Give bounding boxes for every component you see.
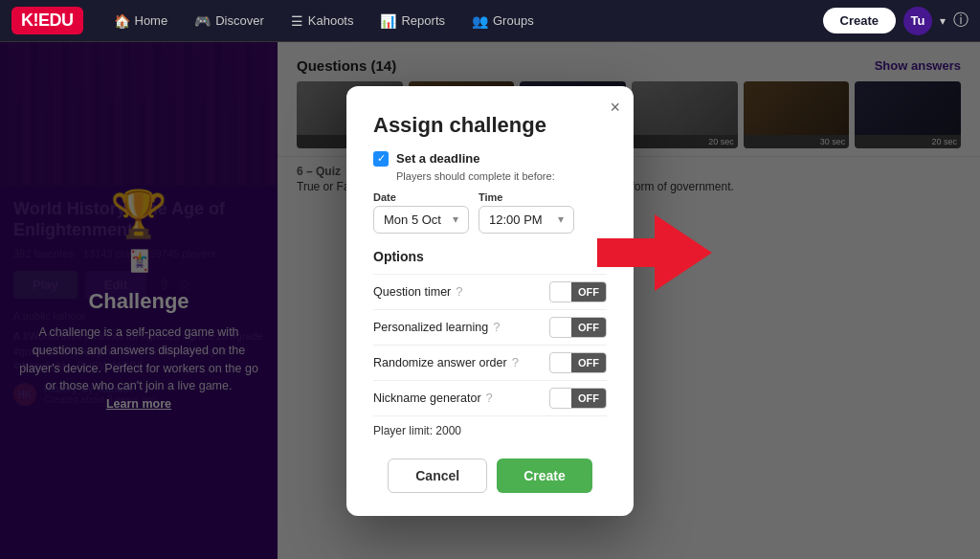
options-title: Options bbox=[373, 249, 607, 264]
nav-right-section: Create Tu ▾ ⓘ bbox=[823, 7, 969, 35]
deadline-checkbox[interactable]: ✓ bbox=[373, 151, 389, 167]
logo[interactable]: K!EDU bbox=[11, 7, 83, 34]
time-value: 12:00 PM bbox=[489, 212, 543, 227]
chevron-down-icon[interactable]: ▾ bbox=[940, 14, 946, 28]
toggle-on-state bbox=[550, 324, 571, 331]
time-group: Time 12:00 PM ▾ bbox=[479, 191, 574, 234]
toggle-off-state: OFF bbox=[571, 389, 606, 408]
option-row-nickname-generator: Nickname generator ? OFF bbox=[373, 380, 607, 415]
toggle-off-state: OFF bbox=[571, 353, 606, 372]
date-label: Date bbox=[373, 191, 469, 203]
date-chevron-icon: ▾ bbox=[453, 212, 458, 226]
nickname-generator-toggle[interactable]: OFF bbox=[549, 388, 607, 409]
help-icon[interactable]: ? bbox=[512, 355, 519, 369]
modal-backdrop: × Assign challenge ✓ Set a deadline Play… bbox=[0, 42, 980, 559]
option-label: Personalized learning bbox=[373, 321, 488, 334]
question-timer-toggle[interactable]: OFF bbox=[549, 281, 607, 302]
avatar[interactable]: Tu bbox=[903, 7, 932, 35]
time-select[interactable]: 12:00 PM ▾ bbox=[479, 206, 574, 234]
kahoots-icon: ☰ bbox=[291, 13, 303, 29]
date-value: Mon 5 Oct bbox=[384, 212, 441, 227]
time-label: Time bbox=[479, 191, 574, 203]
date-select[interactable]: Mon 5 Oct ▾ bbox=[373, 206, 469, 234]
assign-challenge-modal: × Assign challenge ✓ Set a deadline Play… bbox=[346, 86, 634, 516]
toggle-on-state bbox=[550, 359, 571, 367]
nav-reports[interactable]: 📊 Reports bbox=[368, 8, 457, 34]
nav-discover[interactable]: 🎮 Discover bbox=[183, 8, 276, 34]
toggle-off-state: OFF bbox=[571, 282, 606, 302]
top-navigation: K!EDU 🏠 Home 🎮 Discover ☰ Kahoots 📊 Repo… bbox=[0, 0, 980, 42]
close-button[interactable]: × bbox=[610, 98, 620, 118]
help-icon[interactable]: ? bbox=[456, 284, 462, 299]
help-icon[interactable]: ? bbox=[486, 391, 493, 405]
option-label-left: Randomize answer order ? bbox=[373, 355, 519, 369]
toggle-off-state: OFF bbox=[571, 318, 606, 337]
option-label: Question timer bbox=[373, 285, 451, 299]
modal-actions: Cancel Create bbox=[373, 458, 607, 493]
help-icon[interactable]: ⓘ bbox=[953, 11, 969, 31]
option-label: Nickname generator bbox=[373, 391, 481, 405]
deadline-label: Set a deadline bbox=[396, 151, 479, 166]
nav-home[interactable]: 🏠 Home bbox=[102, 8, 180, 34]
randomize-answer-toggle[interactable]: OFF bbox=[549, 352, 607, 373]
toggle-on-state bbox=[550, 288, 571, 296]
time-chevron-icon: ▾ bbox=[558, 212, 564, 226]
nav-groups[interactable]: 👥 Groups bbox=[460, 8, 546, 34]
option-label-left: Nickname generator ? bbox=[373, 391, 493, 405]
date-group: Date Mon 5 Oct ▾ bbox=[373, 191, 469, 234]
help-icon[interactable]: ? bbox=[493, 320, 500, 334]
nav-kahoots[interactable]: ☰ Kahoots bbox=[279, 8, 366, 34]
discover-icon: 🎮 bbox=[194, 13, 211, 29]
option-row-randomize-answer: Randomize answer order ? OFF bbox=[373, 345, 607, 380]
toggle-on-state bbox=[550, 394, 571, 402]
groups-icon: 👥 bbox=[472, 13, 488, 29]
deadline-row: ✓ Set a deadline bbox=[373, 151, 607, 167]
modal-create-button[interactable]: Create bbox=[497, 458, 592, 493]
cancel-button[interactable]: Cancel bbox=[388, 458, 487, 493]
modal-title: Assign challenge bbox=[373, 113, 607, 138]
main-content: World History: The Age of Enlightenment … bbox=[0, 42, 980, 559]
player-limit: Player limit: 2000 bbox=[373, 415, 607, 443]
deadline-sub: Players should complete it before: bbox=[396, 170, 607, 182]
date-time-row: Date Mon 5 Oct ▾ Time 12:00 PM ▾ bbox=[373, 191, 607, 234]
option-row-question-timer: Question timer ? OFF bbox=[373, 274, 607, 309]
option-label: Randomize answer order bbox=[373, 356, 507, 369]
home-icon: 🏠 bbox=[114, 13, 130, 29]
option-row-personalized-learning: Personalized learning ? OFF bbox=[373, 309, 607, 345]
create-button[interactable]: Create bbox=[823, 8, 896, 34]
option-label-left: Question timer ? bbox=[373, 284, 463, 299]
option-label-left: Personalized learning ? bbox=[373, 320, 500, 334]
personalized-learning-toggle[interactable]: OFF bbox=[549, 317, 607, 338]
reports-icon: 📊 bbox=[380, 13, 396, 29]
